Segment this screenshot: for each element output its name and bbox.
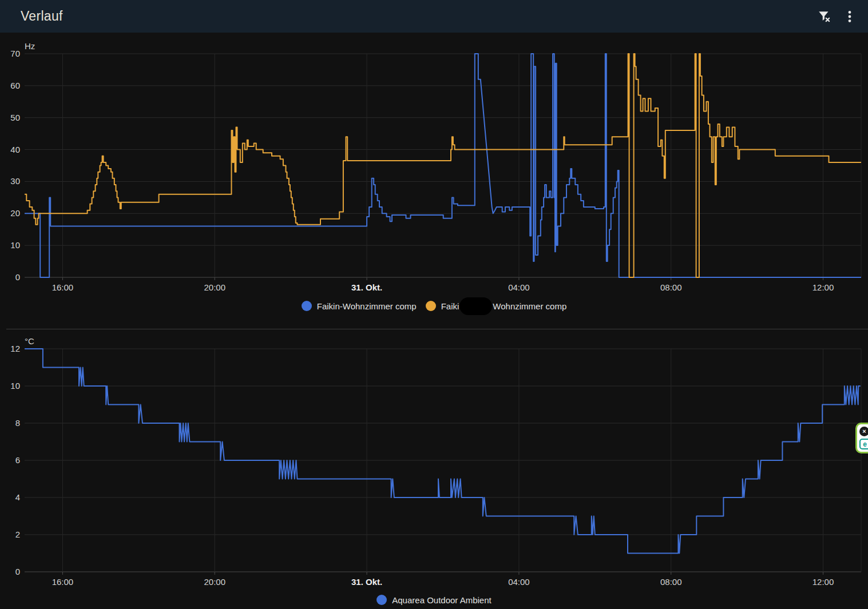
y-tick-label: 30 xyxy=(10,176,20,186)
frequency-legend: Faikin-Wohnzimmer comp Faiki Wohnzimmer … xyxy=(0,301,868,311)
series-line xyxy=(25,54,861,277)
y-tick-label: 70 xyxy=(10,49,20,58)
x-tick-label: 20:00 xyxy=(204,282,225,292)
x-tick-label: 08:00 xyxy=(660,282,682,292)
overflow-menu-button[interactable] xyxy=(837,4,862,29)
filter-remove-icon xyxy=(817,9,832,24)
app-header: Verlauf xyxy=(0,0,868,33)
legend-label-prefix: Faiki xyxy=(441,301,459,311)
close-icon[interactable]: × xyxy=(859,427,868,436)
y-tick-label: 8 xyxy=(15,418,20,428)
legend-label: Aquarea Outdoor Ambient xyxy=(392,595,491,605)
y-tick-label: 20 xyxy=(10,208,20,218)
temperature-legend: Aquarea Outdoor Ambient xyxy=(0,595,868,605)
y-tick-label: 50 xyxy=(10,113,20,122)
legend-label-suffix: Wohnzimmer comp xyxy=(493,301,566,311)
legend-item-faiki-redacted[interactable]: Faiki Wohnzimmer comp xyxy=(426,301,567,311)
x-tick-label: 31. Okt. xyxy=(351,282,382,292)
legend-dot xyxy=(376,595,387,605)
x-tick-label: 16:00 xyxy=(52,577,74,587)
eset-logo-icon[interactable]: e xyxy=(859,439,868,449)
legend-item-aquarea[interactable]: Aquarea Outdoor Ambient xyxy=(376,595,491,605)
legend-label: Faikin-Wohnzimmer comp xyxy=(317,301,417,311)
y-tick-label: 4 xyxy=(15,492,20,502)
history-page: Verlauf 01020304050607016:0020:0031. Okt… xyxy=(0,0,868,609)
y-tick-label: 0 xyxy=(15,272,20,282)
x-tick-label: 08:00 xyxy=(660,577,682,587)
chart-temperature[interactable]: 02468101216:0020:0031. Okt.04:0008:0012:… xyxy=(10,336,861,587)
x-tick-label: 12:00 xyxy=(812,577,834,587)
y-tick-label: 6 xyxy=(15,455,20,465)
x-tick-label: 20:00 xyxy=(204,577,225,587)
y-tick-label: 10 xyxy=(10,240,20,250)
series-line xyxy=(25,54,861,277)
filter-remove-button[interactable] xyxy=(812,4,837,29)
y-tick-label: 2 xyxy=(15,530,20,539)
legend-dot xyxy=(302,301,312,311)
y-tick-label: 0 xyxy=(15,567,20,576)
series-line xyxy=(25,349,861,554)
legend-item-faikin-wohnzimmer[interactable]: Faikin-Wohnzimmer comp xyxy=(302,301,417,311)
card-divider xyxy=(6,329,868,329)
y-tick-label: 12 xyxy=(10,344,20,353)
redaction-blob xyxy=(459,297,492,315)
x-tick-label: 12:00 xyxy=(812,282,834,292)
chart-frequency[interactable]: 01020304050607016:0020:0031. Okt.04:0008… xyxy=(10,41,861,292)
y-tick-label: 10 xyxy=(10,381,20,391)
x-tick-label: 16:00 xyxy=(52,282,74,292)
x-tick-label: 04:00 xyxy=(508,577,530,587)
legend-dot xyxy=(426,301,436,311)
axis-unit-label: Hz xyxy=(25,41,35,51)
x-tick-label: 31. Okt. xyxy=(351,577,382,587)
x-tick-label: 04:00 xyxy=(508,282,530,292)
page-title: Verlauf xyxy=(21,9,812,24)
browser-extension-overlay: × e xyxy=(855,423,868,453)
y-tick-label: 40 xyxy=(10,145,20,154)
more-vert-icon xyxy=(842,9,857,24)
axis-unit-label: °C xyxy=(25,336,34,346)
y-tick-label: 60 xyxy=(10,81,20,90)
